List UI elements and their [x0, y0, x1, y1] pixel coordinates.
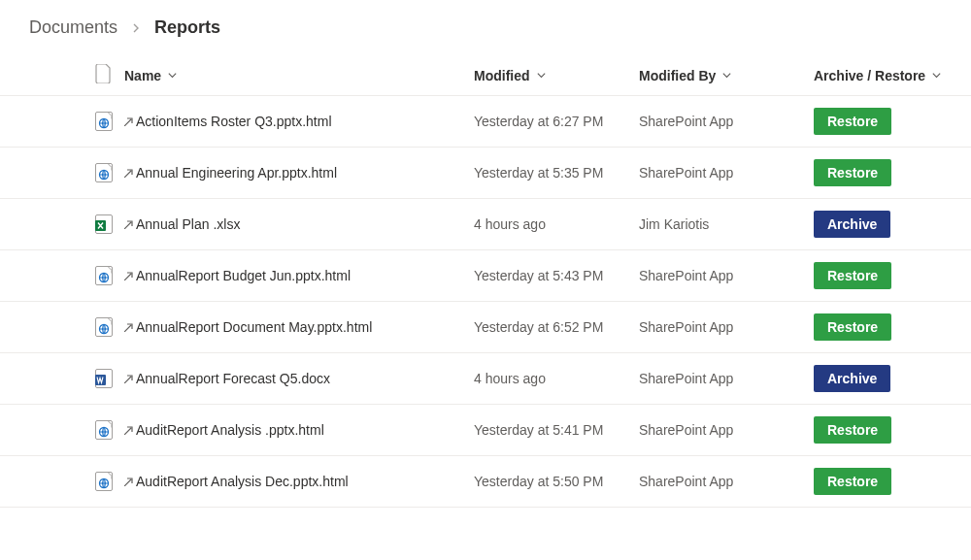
file-name-cell: Annual Engineering Apr.pptx.html	[124, 165, 474, 181]
link-out-icon	[124, 165, 134, 181]
chevron-down-icon	[721, 70, 732, 81]
file-name[interactable]: AnnualReport Budget Jun.pptx.html	[136, 268, 351, 283]
table-row[interactable]: ActionItems Roster Q3.pptx.htmlYesterday…	[0, 96, 971, 148]
html-file-icon	[95, 163, 124, 182]
table-row[interactable]: Annual Plan .xlsx4 hours agoJim Kariotis…	[0, 199, 971, 250]
link-out-icon	[124, 474, 134, 489]
file-name[interactable]: AnnualReport Forecast Q5.docx	[136, 371, 330, 386]
link-out-icon	[124, 422, 134, 438]
restore-button[interactable]: Restore	[814, 416, 891, 444]
modified-date: Yesterday at 5:41 PM	[474, 422, 639, 438]
breadcrumb-current: Reports	[154, 17, 220, 38]
link-out-icon	[124, 268, 134, 283]
modified-date: 4 hours ago	[474, 216, 639, 232]
breadcrumb: Documents Reports	[0, 0, 971, 55]
table-row[interactable]: AnnualReport Budget Jun.pptx.htmlYesterd…	[0, 250, 971, 302]
file-name[interactable]: AuditReport Analysis .pptx.html	[136, 422, 324, 438]
html-file-icon	[95, 112, 124, 131]
link-out-icon	[124, 114, 134, 129]
modified-by: SharePoint App	[639, 114, 814, 129]
modified-by: SharePoint App	[639, 422, 814, 438]
file-name-cell: AnnualReport Document May.pptx.html	[124, 319, 474, 335]
document-icon	[95, 64, 113, 86]
table-row[interactable]: Annual Engineering Apr.pptx.htmlYesterda…	[0, 148, 971, 199]
modified-date: Yesterday at 5:43 PM	[474, 268, 639, 283]
restore-button[interactable]: Restore	[814, 313, 891, 341]
file-name-cell: AnnualReport Budget Jun.pptx.html	[124, 268, 474, 283]
col-header-modified-by[interactable]: Modified By	[639, 68, 814, 83]
link-out-icon	[124, 371, 134, 386]
table-row[interactable]: AnnualReport Forecast Q5.docx4 hours ago…	[0, 353, 971, 405]
restore-button[interactable]: Restore	[814, 108, 891, 135]
col-header-modified[interactable]: Modified	[474, 68, 639, 83]
chevron-down-icon	[536, 70, 547, 81]
table-header: Name Modified Modified By Archive / Rest…	[0, 55, 971, 96]
col-header-modified-label: Modified	[474, 68, 530, 83]
file-name[interactable]: Annual Plan .xlsx	[136, 216, 240, 232]
file-name-cell: AuditReport Analysis .pptx.html	[124, 422, 474, 438]
modified-by: SharePoint App	[639, 319, 814, 335]
restore-button[interactable]: Restore	[814, 159, 891, 186]
restore-button[interactable]: Restore	[814, 468, 891, 495]
table-row[interactable]: AuditReport Analysis .pptx.htmlYesterday…	[0, 405, 971, 456]
file-name-cell: ActionItems Roster Q3.pptx.html	[124, 114, 474, 129]
modified-date: 4 hours ago	[474, 371, 639, 386]
file-name[interactable]: ActionItems Roster Q3.pptx.html	[136, 114, 332, 129]
modified-by: SharePoint App	[639, 474, 814, 489]
document-table: Name Modified Modified By Archive / Rest…	[0, 55, 971, 508]
link-out-icon	[124, 319, 134, 335]
table-row[interactable]: AuditReport Analysis Dec.pptx.htmlYester…	[0, 456, 971, 508]
xlsx-file-icon	[95, 214, 124, 234]
col-header-action[interactable]: Archive / Restore	[814, 68, 971, 83]
html-file-icon	[95, 317, 124, 337]
modified-by: SharePoint App	[639, 165, 814, 181]
chevron-down-icon	[167, 70, 178, 81]
docx-file-icon	[95, 369, 124, 388]
archive-button[interactable]: Archive	[814, 365, 890, 392]
modified-date: Yesterday at 5:35 PM	[474, 165, 639, 181]
col-header-action-label: Archive / Restore	[814, 68, 925, 83]
file-name-cell: AnnualReport Forecast Q5.docx	[124, 371, 474, 386]
file-name[interactable]: AuditReport Analysis Dec.pptx.html	[136, 474, 349, 489]
chevron-right-icon	[131, 20, 141, 36]
modified-by: SharePoint App	[639, 371, 814, 386]
breadcrumb-root[interactable]: Documents	[29, 17, 117, 38]
modified-date: Yesterday at 6:27 PM	[474, 114, 639, 129]
modified-by: SharePoint App	[639, 268, 814, 283]
link-out-icon	[124, 216, 134, 232]
html-file-icon	[95, 266, 124, 285]
col-header-name-label: Name	[124, 68, 161, 83]
modified-date: Yesterday at 5:50 PM	[474, 474, 639, 489]
modified-by: Jim Kariotis	[639, 216, 814, 232]
archive-button[interactable]: Archive	[814, 211, 890, 238]
col-header-type[interactable]	[95, 64, 124, 86]
col-header-name[interactable]: Name	[124, 68, 474, 83]
file-name-cell: Annual Plan .xlsx	[124, 216, 474, 232]
table-row[interactable]: AnnualReport Document May.pptx.htmlYeste…	[0, 302, 971, 353]
chevron-down-icon	[931, 70, 942, 81]
file-name[interactable]: AnnualReport Document May.pptx.html	[136, 319, 372, 335]
col-header-modified-by-label: Modified By	[639, 68, 716, 83]
modified-date: Yesterday at 6:52 PM	[474, 319, 639, 335]
file-name-cell: AuditReport Analysis Dec.pptx.html	[124, 474, 474, 489]
html-file-icon	[95, 420, 124, 440]
restore-button[interactable]: Restore	[814, 262, 891, 289]
file-name[interactable]: Annual Engineering Apr.pptx.html	[136, 165, 337, 181]
html-file-icon	[95, 472, 124, 491]
